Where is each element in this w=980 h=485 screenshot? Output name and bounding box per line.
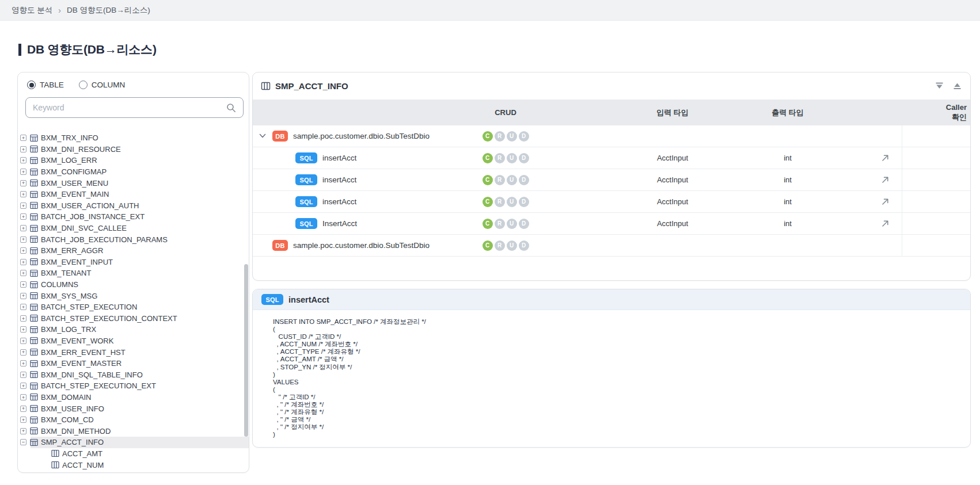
tree-item-acct_type[interactable]: ACCT_TYPE: [18, 471, 249, 473]
caller-check-link[interactable]: [871, 175, 899, 184]
tree-item-label: BXM_TRX_INFO: [41, 133, 98, 142]
expand-node-icon[interactable]: +: [20, 417, 26, 423]
crud-r-inactive: R: [495, 153, 505, 163]
tree-item-bxm_tenant[interactable]: +BXM_TENANT: [18, 268, 249, 279]
expand-node-icon[interactable]: +: [20, 247, 26, 254]
tree-item-batch_job_execution_params[interactable]: +BATCH_JOB_EXECUTION_PARAMS: [18, 234, 249, 245]
expand-node-icon[interactable]: +: [20, 225, 26, 231]
expand-node-icon[interactable]: +: [20, 394, 26, 400]
tree-item-bxm_user_action_auth[interactable]: +BXM_USER_ACTION_AUTH: [18, 200, 249, 212]
expand-node-icon[interactable]: +: [20, 281, 26, 288]
expand-node-icon[interactable]: +: [20, 191, 26, 197]
chevron-down-icon[interactable]: [259, 133, 266, 139]
resource-name[interactable]: insertAcct: [322, 154, 356, 162]
expand-node-icon[interactable]: +: [20, 360, 26, 366]
tree-item-bxm_trx_info[interactable]: +BXM_TRX_INFO: [18, 132, 249, 144]
search-input[interactable]: [32, 102, 221, 113]
tree-item-bxm_event_work[interactable]: +BXM_EVENT_WORK: [18, 335, 249, 347]
collapse-all-icon[interactable]: [935, 81, 944, 91]
tree-item-acct_amt[interactable]: ACCT_AMT: [18, 448, 249, 460]
collapse-node-icon[interactable]: −: [20, 439, 26, 445]
result-row-db[interactable]: DBsample.poc.customer.dbio.SubTestDbioCR…: [253, 235, 970, 257]
tree-item-bxm_user_info[interactable]: +BXM_USER_INFO: [18, 403, 249, 414]
arrow-up-right-icon[interactable]: [881, 219, 890, 228]
expand-node-icon[interactable]: +: [20, 213, 26, 220]
caller-check-link[interactable]: [871, 219, 899, 228]
tree-item-bxm_err_event_hst[interactable]: +BXM_ERR_EVENT_HST: [18, 346, 249, 358]
arrow-up-right-icon[interactable]: [881, 175, 890, 184]
tree-item-bxm_log_trx[interactable]: +BXM_LOG_TRX: [18, 324, 249, 335]
expand-node-icon[interactable]: +: [20, 372, 26, 378]
tree-item-label: BXM_DNI_RESOURCE: [41, 145, 121, 154]
resource-name[interactable]: insertAcct: [322, 175, 356, 184]
radio-column-control[interactable]: [79, 81, 88, 89]
expand-node-icon[interactable]: +: [20, 293, 26, 299]
tree-item-batch_step_execution[interactable]: +BATCH_STEP_EXECUTION: [18, 301, 249, 313]
resource-name[interactable]: sample.poc.customer.dbio.SubTestDbio: [293, 132, 430, 140]
tree-item-bxm_configmap[interactable]: +BXM_CONFIGMAP: [18, 166, 249, 178]
resource-name[interactable]: InsertAcct: [322, 219, 357, 228]
expand-node-icon[interactable]: +: [20, 169, 26, 175]
expand-node-icon[interactable]: +: [20, 203, 26, 209]
expand-node-icon[interactable]: +: [20, 383, 26, 389]
expand-node-icon[interactable]: +: [20, 270, 26, 276]
radio-table-control[interactable]: [27, 81, 36, 89]
expand-all-icon[interactable]: [952, 81, 962, 91]
expand-node-icon[interactable]: +: [20, 304, 26, 310]
tree-item-smp_acct_info[interactable]: −SMP_ACCT_INFO: [18, 437, 249, 448]
result-row-db[interactable]: DBsample.poc.customer.dbio.SubTestDbioCR…: [253, 125, 970, 147]
caller-check-link[interactable]: [871, 154, 899, 162]
result-row-sql[interactable]: SQLinsertAcctCRUDAcctInputint: [253, 191, 970, 213]
tree-item-columns[interactable]: +COLUMNS: [18, 279, 249, 291]
tree-scrollbar-thumb[interactable]: [244, 264, 248, 437]
tree-item-bxm_dni_resource[interactable]: +BXM_DNI_RESOURCE: [18, 144, 249, 155]
caller-check-link[interactable]: [871, 197, 899, 206]
tree-item-batch_step_execution_ext[interactable]: +BATCH_STEP_EXECUTION_EXT: [18, 380, 249, 392]
tree-item-bxm_domain[interactable]: +BXM_DOMAIN: [18, 392, 249, 403]
search-icon[interactable]: [226, 103, 236, 113]
tree-item-bxm_sys_msg[interactable]: +BXM_SYS_MSG: [18, 290, 249, 301]
tree-item-bxm_com_cd[interactable]: +BXM_COM_CD: [18, 414, 249, 426]
result-row-sql[interactable]: SQLinsertAcctCRUDAcctInputint: [253, 147, 970, 169]
arrow-up-right-icon[interactable]: [881, 154, 890, 162]
breadcrumb-item-impact-analysis[interactable]: 영향도 분석: [12, 5, 52, 16]
sql-badge: SQL: [295, 152, 317, 163]
keyword-search-box[interactable]: [25, 97, 244, 118]
tree-item-bxm_user_menu[interactable]: +BXM_USER_MENU: [18, 177, 249, 189]
resource-name[interactable]: insertAcct: [322, 197, 356, 206]
result-row-sql[interactable]: SQLinsertAcctCRUDAcctInputint: [253, 169, 970, 191]
tree-item-bxm_event_input[interactable]: +BXM_EVENT_INPUT: [18, 257, 249, 268]
expand-node-icon[interactable]: +: [20, 259, 26, 265]
expand-node-icon[interactable]: +: [20, 349, 26, 356]
tree-item-bxm_event_main[interactable]: +BXM_EVENT_MAIN: [18, 189, 249, 200]
expand-node-icon[interactable]: +: [20, 236, 26, 243]
expand-node-icon[interactable]: +: [20, 135, 26, 141]
radio-option-table[interactable]: TABLE: [27, 81, 64, 89]
expand-node-icon[interactable]: +: [20, 146, 26, 152]
arrow-up-right-icon[interactable]: [881, 197, 890, 206]
radio-option-column[interactable]: COLUMN: [79, 81, 126, 89]
expand-node-icon[interactable]: +: [20, 315, 26, 322]
tree-item-bxm_err_aggr[interactable]: +BXM_ERR_AGGR: [18, 245, 249, 257]
expand-node-icon[interactable]: +: [20, 180, 26, 186]
tree-item-acct_num[interactable]: ACCT_NUM: [18, 459, 249, 471]
expand-node-icon[interactable]: +: [20, 326, 26, 333]
tree-item-bxm_dni_svc_callee[interactable]: +BXM_DNI_SVC_CALLEE: [18, 223, 249, 234]
resource-name[interactable]: sample.poc.customer.dbio.SubTestDbio: [293, 241, 430, 250]
expand-node-icon[interactable]: +: [20, 157, 26, 163]
crud-r-inactive: R: [495, 219, 505, 229]
expand-node-icon[interactable]: +: [20, 428, 26, 434]
tree-item-bxm_event_master[interactable]: +BXM_EVENT_MASTER: [18, 358, 249, 369]
expand-node-icon[interactable]: +: [20, 406, 26, 412]
sql-panel-title: insertAcct: [288, 295, 329, 304]
tree-item-bxm_log_err[interactable]: +BXM_LOG_ERR: [18, 155, 249, 166]
tree-item-bxm_dni_method[interactable]: +BXM_DNI_METHOD: [18, 425, 249, 437]
crud-d-inactive: D: [519, 197, 529, 207]
tree-item-batch_job_instance_ext[interactable]: +BATCH_JOB_INSTANCE_EXT: [18, 211, 249, 223]
tree-item-label: BXM_LOG_ERR: [41, 156, 97, 165]
table-icon: [30, 201, 38, 209]
expand-node-icon[interactable]: +: [20, 338, 26, 344]
result-row-sql[interactable]: SQLInsertAcctCRUDAcctInputint: [253, 213, 970, 235]
tree-item-batch_step_execution_context[interactable]: +BATCH_STEP_EXECUTION_CONTEXT: [18, 313, 249, 324]
tree-item-bxm_dni_sql_table_info[interactable]: +BXM_DNI_SQL_TABLE_INFO: [18, 369, 249, 380]
